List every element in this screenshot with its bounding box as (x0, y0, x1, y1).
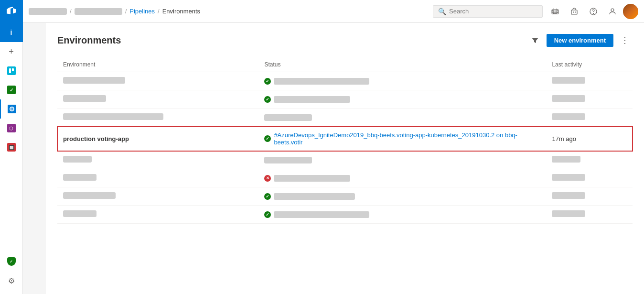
status-dot-green-icon (264, 96, 271, 103)
env-status-cell (258, 187, 546, 206)
topbar-actions (547, 3, 638, 20)
more-options-icon[interactable]: ⋮ (617, 33, 633, 48)
user-settings-icon[interactable] (604, 3, 621, 20)
topbar: / / Pipelines / Environments 🔍 (23, 0, 644, 23)
env-status-cell (258, 90, 546, 109)
sidebar-item-testplans[interactable]: ⬡ (0, 119, 23, 138)
main-content: Environments New environment ⋮ Environme… (46, 23, 644, 294)
env-activity-cell (546, 206, 633, 224)
env-name-cell (57, 72, 258, 90)
env-name-cell (57, 109, 258, 127)
breadcrumb-sep-3: / (158, 8, 160, 15)
col-header-environment: Environment (57, 57, 258, 72)
notifications-icon[interactable] (547, 3, 564, 20)
svg-rect-9 (571, 10, 577, 14)
env-name-cell (57, 151, 258, 169)
status-dot-green-icon (264, 211, 271, 218)
env-activity-cell (546, 90, 633, 109)
status-dot-green-icon (264, 78, 271, 85)
env-name[interactable]: production voting-app (63, 135, 129, 142)
env-status-cell (258, 206, 546, 224)
table-row[interactable] (57, 169, 633, 187)
breadcrumb: / / Pipelines / Environments (29, 8, 200, 15)
sidebar-item-repos[interactable]: ✓ (0, 80, 23, 99)
status-dot-green-icon (264, 193, 271, 200)
env-activity-cell (546, 169, 633, 187)
svg-point-13 (593, 13, 594, 13)
sidebar-item-boards[interactable] (0, 61, 23, 80)
table-row[interactable]: production voting-app#AzureDevops_Ignite… (57, 127, 633, 151)
table-row[interactable] (57, 151, 633, 169)
svg-point-3 (11, 109, 12, 110)
breadcrumb-environments: Environments (162, 8, 200, 15)
sidebar-item-overview[interactable]: i (0, 23, 23, 42)
svg-point-14 (611, 9, 614, 11)
env-activity-cell (546, 109, 633, 127)
search-icon: 🔍 (438, 8, 446, 15)
testplans-icon: ⬡ (9, 126, 13, 131)
sidebar-item-security[interactable]: ✓ (0, 252, 23, 271)
svg-rect-0 (9, 68, 11, 73)
new-environment-button[interactable]: New environment (547, 34, 613, 47)
sidebar-item-artifacts[interactable]: 🔲 (0, 138, 23, 157)
repos-icon: ✓ (10, 87, 13, 93)
table-row[interactable] (57, 206, 633, 224)
breadcrumb-sep-1: / (70, 8, 72, 15)
status-dot-red-icon (264, 175, 271, 182)
table-header-row: Environment Status Last activity (57, 57, 633, 72)
sidebar-logo[interactable] (0, 0, 23, 23)
status-link[interactable]: #AzureDevops_IgniteDemo2019_bbq-beets.vo… (274, 131, 540, 146)
filter-icon[interactable] (527, 33, 543, 48)
help-icon[interactable] (585, 3, 602, 20)
activity-time: 17m ago (552, 135, 576, 142)
boards-icon (9, 68, 14, 74)
env-name-cell (57, 169, 258, 187)
breadcrumb-sep-2: / (125, 8, 127, 15)
svg-rect-1 (12, 68, 14, 71)
env-name-cell (57, 187, 258, 206)
breadcrumb-pipelines[interactable]: Pipelines (129, 8, 155, 15)
env-status-cell (258, 169, 546, 187)
artifacts-icon: 🔲 (9, 145, 14, 150)
page-title: Environments (57, 35, 121, 46)
env-status-cell (258, 151, 546, 169)
org-name (29, 8, 67, 15)
sidebar-item-pipelines[interactable] (0, 99, 23, 119)
project-name (75, 8, 122, 15)
env-activity-cell (546, 187, 633, 206)
env-status-cell: #AzureDevops_IgniteDemo2019_bbq-beets.vo… (258, 127, 546, 151)
page-actions: New environment ⋮ (527, 33, 633, 48)
table-row[interactable] (57, 72, 633, 90)
sidebar-item-settings[interactable]: ⚙ (0, 271, 23, 290)
env-activity-cell (546, 151, 633, 169)
table-row[interactable] (57, 109, 633, 127)
env-name-cell (57, 90, 258, 109)
table-row[interactable] (57, 90, 633, 109)
table-row[interactable] (57, 187, 633, 206)
env-name-cell (57, 206, 258, 224)
env-name-cell: production voting-app (57, 127, 258, 151)
env-activity-cell: 17m ago (546, 127, 633, 151)
avatar[interactable] (623, 4, 638, 19)
sidebar-item-add[interactable]: + (0, 42, 23, 61)
env-status-cell (258, 109, 546, 127)
env-status-cell (258, 72, 546, 90)
col-header-activity: Last activity (546, 57, 633, 72)
page-header: Environments New environment ⋮ (57, 33, 633, 48)
environments-table: Environment Status Last activity product… (57, 57, 633, 224)
sidebar-bottom: ⚙ (0, 271, 23, 294)
col-header-status: Status (258, 57, 546, 72)
basket-icon[interactable] (566, 3, 583, 20)
pipelines-icon (9, 106, 15, 112)
env-activity-cell (546, 72, 633, 90)
status-dot-green-icon (264, 135, 271, 142)
security-icon: ✓ (10, 260, 13, 264)
search-box[interactable]: 🔍 (433, 5, 543, 18)
sidebar: i + ✓ ⬡ 🔲 (0, 0, 23, 294)
azure-devops-logo-icon (7, 7, 16, 16)
search-input[interactable] (449, 8, 537, 15)
